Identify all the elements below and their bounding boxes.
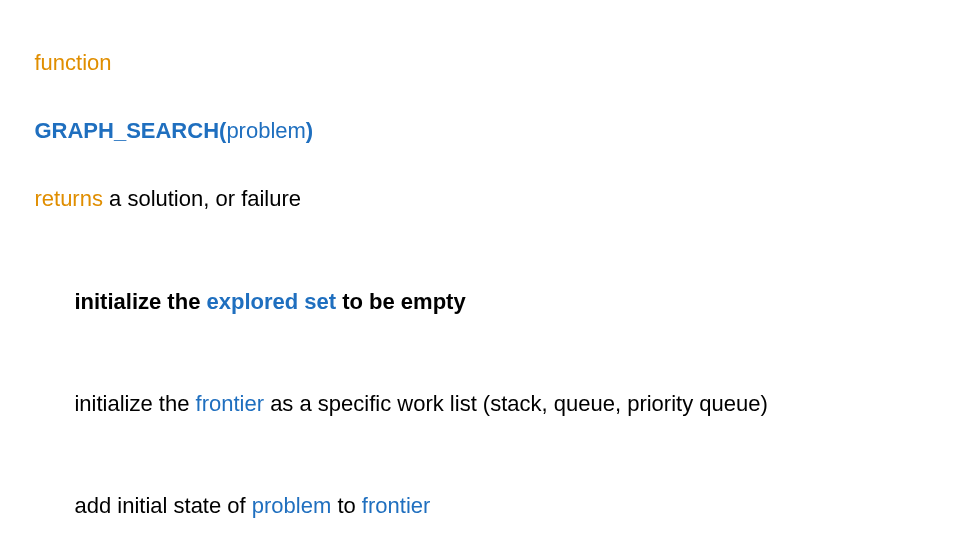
space [34, 84, 40, 109]
text: as a specific work list (stack, queue, p… [264, 391, 768, 416]
keyword-function: function [34, 50, 111, 75]
line-init-explored: initialize the explored set to be empty [10, 251, 950, 353]
text: add initial state of [74, 493, 251, 518]
text: initialize the [74, 391, 195, 416]
text: to be empty [336, 289, 466, 314]
space [34, 152, 40, 177]
fn-arg: problem [226, 118, 305, 143]
fn-name-part2: ) [306, 118, 313, 143]
problem: problem [252, 493, 331, 518]
explored-set: explored set [206, 289, 336, 314]
text: initialize the [74, 289, 206, 314]
text: to [331, 493, 362, 518]
line-function-signature: function GRAPH_SEARCH(problem) returns a… [10, 12, 950, 251]
frontier: frontier [362, 493, 430, 518]
line-add-initial: add initial state of problem to frontier [10, 455, 950, 540]
line-init-frontier: initialize the frontier as a specific wo… [10, 353, 950, 455]
frontier: frontier [196, 391, 264, 416]
fn-name-part1: GRAPH_SEARCH( [34, 118, 226, 143]
pseudocode-slide: function GRAPH_SEARCH(problem) returns a… [0, 0, 960, 540]
text-tail: a solution, or failure [103, 186, 301, 211]
keyword-returns: returns [34, 186, 102, 211]
